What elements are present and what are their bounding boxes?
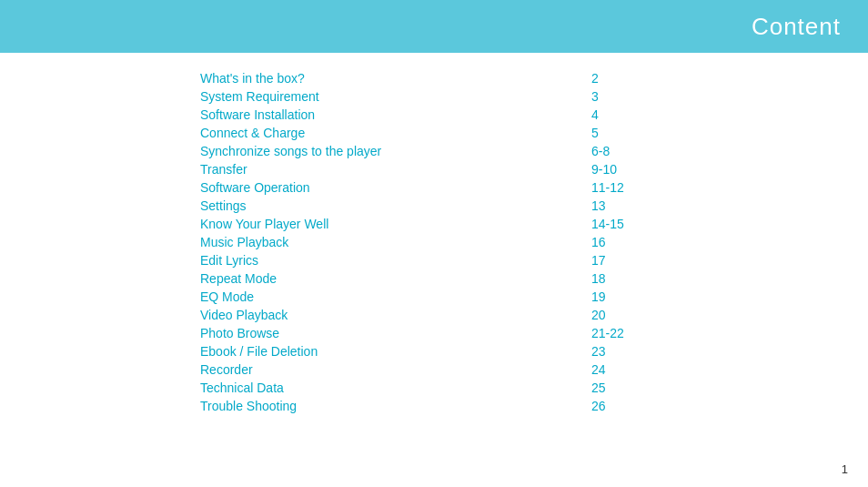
toc-page: 3	[582, 89, 655, 104]
toc-row: Repeat Mode18	[200, 269, 746, 288]
toc-page: 13	[582, 198, 655, 213]
toc-table: What's in the box?2System Requirement3So…	[200, 69, 746, 415]
toc-row: Software Installation4	[200, 106, 746, 124]
toc-row: Connect & Charge5	[200, 124, 746, 142]
toc-label: EQ Mode	[200, 289, 582, 304]
toc-label: Edit Lyrics	[200, 253, 582, 268]
toc-row: Settings13	[200, 197, 746, 215]
toc-page: 20	[582, 308, 655, 322]
toc-page: 19	[582, 289, 655, 304]
toc-page: 26	[582, 399, 655, 413]
toc-page: 6-8	[582, 144, 655, 158]
toc-row: System Requirement3	[200, 87, 746, 106]
toc-label: Trouble Shooting	[200, 399, 582, 413]
toc-label: Know Your Player Well	[200, 217, 582, 231]
toc-label: Connect & Charge	[200, 126, 582, 140]
toc-page: 25	[582, 380, 655, 395]
toc-page: 17	[582, 253, 655, 268]
toc-row: Recorder24	[200, 360, 746, 379]
toc-row: Video Playback20	[200, 306, 746, 324]
toc-page: 24	[582, 362, 655, 377]
toc-label: Synchronize songs to the player	[200, 144, 582, 158]
toc-label: What's in the box?	[200, 71, 582, 86]
toc-row: Photo Browse21-22	[200, 324, 746, 342]
toc-page: 11-12	[582, 180, 655, 195]
toc-label: Repeat Mode	[200, 271, 582, 286]
toc-row: Edit Lyrics17	[200, 251, 746, 269]
toc-label: Music Playback	[200, 235, 582, 249]
toc-page: 16	[582, 235, 655, 249]
toc-page: 5	[582, 126, 655, 140]
toc-label: Settings	[200, 198, 582, 213]
header-bar: Content	[0, 0, 868, 53]
toc-page: 9-10	[582, 162, 655, 177]
toc-label: Technical Data	[200, 380, 582, 395]
toc-page: 14-15	[582, 217, 655, 231]
toc-row: Know Your Player Well14-15	[200, 215, 746, 233]
toc-page: 2	[582, 71, 655, 86]
toc-label: Software Installation	[200, 107, 582, 122]
content-area: What's in the box?2System Requirement3So…	[0, 53, 868, 415]
toc-page: 4	[582, 107, 655, 122]
toc-row: Software Operation11-12	[200, 178, 746, 197]
toc-page: 18	[582, 271, 655, 286]
toc-row: Trouble Shooting26	[200, 397, 746, 415]
toc-row: What's in the box?2	[200, 69, 746, 87]
toc-label: Photo Browse	[200, 326, 582, 340]
toc-row: Technical Data25	[200, 379, 746, 397]
toc-row: EQ Mode19	[200, 288, 746, 306]
page-title: Content	[752, 13, 841, 41]
toc-label: Software Operation	[200, 180, 582, 195]
toc-row: Synchronize songs to the player6-8	[200, 142, 746, 160]
toc-label: Ebook / File Deletion	[200, 344, 582, 359]
toc-page: 21-22	[582, 326, 655, 340]
toc-label: Transfer	[200, 162, 582, 177]
page-number: 1	[842, 462, 848, 476]
toc-row: Ebook / File Deletion23	[200, 342, 746, 360]
toc-label: Recorder	[200, 362, 582, 377]
toc-label: System Requirement	[200, 89, 582, 104]
toc-page: 23	[582, 344, 655, 359]
toc-row: Transfer9-10	[200, 160, 746, 178]
toc-label: Video Playback	[200, 308, 582, 322]
toc-row: Music Playback16	[200, 233, 746, 251]
